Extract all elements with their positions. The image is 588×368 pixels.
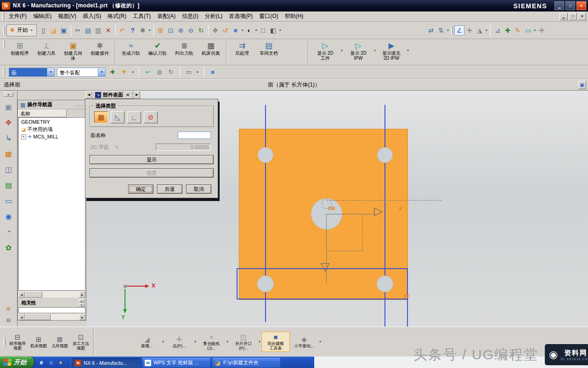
zoom-in-icon[interactable]: ⊕ — [176, 25, 186, 35]
solid-preview-icon[interactable]: ■ — [208, 68, 217, 77]
ie-quicklaunch-icon[interactable]: e — [37, 358, 45, 367]
toolbar-grip[interactable] — [451, 26, 453, 34]
spin-up-icon[interactable]: ▲ — [79, 299, 85, 303]
verify-toolpath-button[interactable]: ✔ 确认刀轨 — [144, 40, 171, 56]
render-style-icon[interactable]: ◐ — [244, 25, 254, 35]
windows-start-button[interactable]: 开始 — [0, 356, 34, 368]
paste-icon[interactable]: ▥ — [93, 25, 103, 35]
axis-handle-x-icon[interactable]: ▷ — [374, 205, 383, 217]
composite-curve-button[interactable]: ≈ 复合曲线 (J)... — [197, 332, 226, 351]
facet-caret-icon[interactable]: ▾ — [318, 340, 322, 344]
selection-filter-caret-icon[interactable]: ▾ — [131, 70, 135, 74]
list-toolpath-button[interactable]: ≣ 列出刀轨 — [171, 40, 198, 56]
draft-caret-icon[interactable]: ▾ — [161, 340, 165, 344]
tree-item-mcs-mill[interactable]: + ✛ MCS_MILL — [19, 133, 85, 140]
new-icon[interactable]: ▯ — [39, 25, 49, 35]
draft-button[interactable]: ◢ 拔模... — [133, 334, 161, 349]
shaded-view-icon[interactable]: ■ — [231, 25, 241, 35]
menu-analysis[interactable]: 分析(L) — [202, 11, 226, 22]
copy-icon[interactable]: ▤ — [83, 25, 93, 35]
selection-scope-caret-icon[interactable]: ▼ — [98, 68, 105, 76]
render-caret-icon[interactable]: ▾ — [254, 29, 258, 32]
panel-toggle-button[interactable]: ▣ — [578, 81, 586, 89]
zoom-window-icon[interactable]: ⊡ — [166, 25, 176, 35]
machine-navigator-icon[interactable]: ◫ — [3, 164, 15, 175]
move-object-icon[interactable]: ⇄ — [426, 25, 436, 35]
show-button[interactable]: 显示 — [90, 155, 214, 164]
tree-item-unused[interactable]: ◪ 不使用的项 — [19, 126, 85, 133]
none-select-type-button[interactable]: ⊘ — [144, 111, 158, 123]
orient-view-icon[interactable]: ∠ — [454, 25, 464, 35]
show-2d-ipw-caret-icon[interactable]: ▾ — [373, 49, 377, 52]
sphere-select-icon[interactable]: ◍ — [155, 68, 164, 77]
create-operation-button[interactable]: ✱ 创建操作 — [86, 40, 113, 56]
desktop-quicklaunch-icon[interactable]: ⌂ — [47, 358, 55, 367]
sketch-icon[interactable]: ✎ — [513, 25, 523, 35]
rectangle-select-caret-icon[interactable]: ▾ — [196, 70, 199, 74]
toolbar-grip[interactable] — [3, 26, 5, 34]
scroll-thumb[interactable] — [25, 291, 42, 298]
materials-icon[interactable]: ✿ — [3, 242, 15, 253]
snap-point-icon[interactable]: ✚ — [503, 25, 513, 35]
csys-select-type-button[interactable]: ∟ — [127, 111, 141, 123]
taskbar-task-nx[interactable]: N NX 6 - Manufactu... — [73, 358, 141, 368]
transform-icon[interactable]: ⇅ — [436, 25, 446, 35]
resource-collapse-button[interactable]: ▲ — [4, 92, 13, 97]
history-icon[interactable]: ◔ — [3, 226, 15, 237]
taskbar-task-wps[interactable]: W WPS 文字 抢鲜版 ... — [142, 358, 210, 368]
shaded-caret-icon[interactable]: ▾ — [241, 29, 244, 32]
axis-handle-y-icon[interactable]: ▽ — [321, 261, 329, 272]
media-quicklaunch-icon[interactable]: ♦ — [57, 358, 65, 367]
palette-list-icon[interactable]: ⊟ — [5, 317, 13, 324]
show-filled-2d-ipw-button[interactable]: ▶ 显示填充 2D IPW — [377, 40, 406, 61]
background-icon[interactable]: □ — [258, 25, 268, 35]
menu-help[interactable]: 帮助(H) — [282, 11, 307, 22]
snap-toggle-icon[interactable]: ✚ — [108, 68, 117, 77]
scroll-left-icon[interactable]: ◀ — [18, 291, 25, 298]
tree-item-geometry[interactable]: GEOMETRY — [19, 118, 85, 126]
dependencies-hscrollbar[interactable]: ◀ ▶ — [18, 314, 85, 320]
maximize-button[interactable]: □ — [565, 1, 575, 10]
constraint-navigator-icon[interactable]: ✥ — [3, 117, 15, 128]
menu-preferences[interactable]: 首选项(P) — [226, 11, 256, 22]
customize-icon[interactable]: ✱ — [138, 25, 148, 35]
toolbar-grip[interactable] — [3, 40, 5, 49]
measure-caret-icon[interactable]: ▾ — [533, 29, 537, 32]
navigator-header[interactable]: ▦ 操作导航器 . . . — [18, 100, 86, 109]
menu-assemblies[interactable]: 装配(A) — [154, 11, 179, 22]
back-selection-icon[interactable]: ↩ — [143, 68, 153, 77]
open-icon[interactable]: ◪ — [49, 25, 59, 35]
part-navigator-icon[interactable]: ↳ — [3, 132, 15, 144]
menu-format[interactable]: 格式(R) — [104, 11, 130, 22]
tab-part-surface[interactable]: ↘ 部件表面 ✕ — [92, 91, 133, 99]
save-icon[interactable]: ▣ — [59, 25, 69, 35]
composite-curve-caret-icon[interactable]: ▾ — [226, 340, 229, 344]
menu-file[interactable]: 文件(F) — [6, 11, 30, 22]
rotate-view-icon[interactable]: ↺ — [220, 25, 231, 35]
postprocess-button[interactable]: ⇉ 后处理 — [229, 40, 255, 56]
navigator-hscrollbar[interactable]: ◀ ▶ — [18, 291, 85, 298]
patch-opening-button[interactable]: ◫ 补片开口 (P)... — [229, 332, 258, 351]
selection-scope-combo[interactable]: 整个装配 ▼ — [57, 68, 106, 77]
mdi-minimize-button[interactable]: ▁ — [560, 13, 568, 20]
customize-caret-icon[interactable]: ▾ — [148, 29, 152, 32]
menu-tools[interactable]: 工具(T) — [130, 11, 154, 22]
scroll-right-icon[interactable]: ▶ — [79, 291, 85, 298]
machining-method-view-button[interactable]: ⊡ 加工方法 视图 — [70, 332, 91, 351]
cancel-button[interactable]: 取消 — [186, 184, 211, 194]
palette-dock-icon[interactable]: ⊞ — [5, 305, 13, 312]
cut-icon[interactable]: ✂ — [73, 25, 83, 35]
toolbar-grip[interactable] — [4, 338, 6, 346]
name-column-header[interactable]: 名称 — [18, 109, 67, 117]
mdi-restore-button[interactable]: □ — [569, 13, 577, 20]
tab-scroll-left-button[interactable]: ◀ — [85, 91, 92, 98]
datum-caret-icon[interactable]: ▾ — [485, 29, 488, 32]
hole-face[interactable] — [257, 276, 274, 292]
show-2d-workpiece-button[interactable]: ▷ 显示 2D 工件 — [311, 40, 340, 61]
assembly-navigator-icon[interactable]: ▣ — [3, 101, 15, 112]
swatch-caret-icon[interactable]: ▾ — [278, 29, 282, 32]
dependencies-header[interactable]: 相关性 ▲ ▼ — [18, 299, 86, 307]
delete-icon[interactable]: ✕ — [103, 25, 113, 35]
scroll-right-icon[interactable]: ▶ — [79, 314, 85, 320]
menu-edit[interactable]: 编辑(E) — [30, 11, 55, 22]
